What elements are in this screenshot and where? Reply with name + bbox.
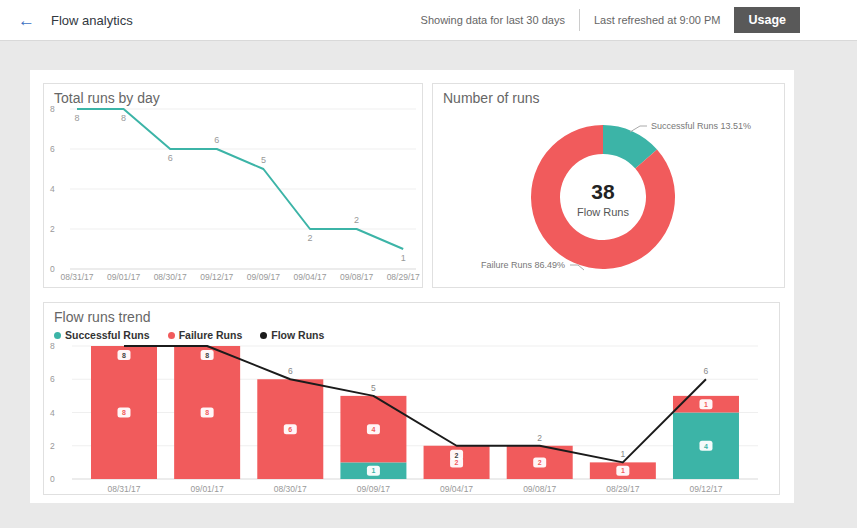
data-label-value: 2 [455,452,459,459]
point-data-label: 8 [74,113,79,123]
number-of-runs-card: 38Flow RunsSuccessful Runs 13.51%Failure… [432,83,785,288]
legend-item-successful-runs[interactable]: Successful Runs [54,329,150,341]
data-label-value: 1 [704,401,708,408]
number-of-runs-card-title: Number of runs [443,90,539,106]
data-label-value: 8 [205,352,209,359]
data-label-value: 8 [205,409,209,416]
x-axis-tick: 09/08/17 [340,272,373,282]
line-data-label: 6 [288,366,293,376]
usage-button[interactable]: Usage [734,7,800,33]
legend-dot-icon [168,332,175,339]
data-label-value: 8 [122,409,126,416]
legend-dot-icon [260,332,267,339]
x-axis-tick: 08/30/17 [154,272,187,282]
data-label-value: 1 [621,467,625,474]
point-data-label: 8 [121,113,126,123]
back-arrow-icon[interactable]: ← [18,12,35,29]
x-axis-tick: 08/30/17 [274,484,307,494]
line-data-label: 5 [371,383,376,393]
x-axis-tick: 09/12/17 [200,272,233,282]
point-data-label: 2 [307,233,312,243]
x-axis-tick: 09/01/17 [191,484,224,494]
x-axis-tick: 09/08/17 [523,484,556,494]
successful-runs-callout: Successful Runs 13.51% [651,121,751,131]
y-axis-tick: 2 [50,441,55,451]
x-axis-tick: 09/12/17 [689,484,722,494]
y-axis-tick: 2 [50,224,55,234]
legend-item-failure-runs[interactable]: Failure Runs [168,329,243,341]
line-data-label: 6 [704,366,709,376]
legend-label: Successful Runs [65,329,150,341]
data-label-value: 2 [538,459,542,466]
showing-data-label: Showing data for last 30 days [421,14,565,26]
y-axis-tick: 6 [50,374,55,384]
x-axis-tick: 09/04/17 [293,272,326,282]
last-refreshed-label: Last refreshed at 9:00 PM [594,14,721,26]
data-label-value: 6 [288,426,292,433]
total-runs-line-chart: 0246808/31/1709/01/1708/30/1709/12/1709/… [44,84,422,287]
y-axis-tick: 6 [50,144,55,154]
page-title: Flow analytics [51,13,133,28]
point-data-label: 2 [354,215,359,225]
line-data-label: 2 [537,433,542,443]
total-runs-card-title: Total runs by day [54,90,160,106]
y-axis-tick: 0 [50,264,55,274]
point-data-label: 6 [214,135,219,145]
x-axis-tick: 09/09/17 [357,484,390,494]
x-axis-tick: 08/31/17 [60,272,93,282]
y-axis-tick: 0 [50,474,55,484]
data-label-value: 2 [455,459,459,466]
legend-item-flow-runs[interactable]: Flow Runs [260,329,324,341]
trend-legend: Successful RunsFailure RunsFlow Runs [54,329,324,341]
donut-center-value: 38 [591,180,615,203]
data-label-value: 4 [371,426,375,433]
line-data-label: 1 [620,449,625,459]
data-label-value: 4 [704,443,708,450]
point-data-label: 6 [168,153,173,163]
flow-runs-trend-card: 0246808/31/1709/01/1708/30/1709/09/1709/… [43,302,780,495]
point-data-label: 5 [261,155,266,165]
donut-center-label: Flow Runs [577,206,629,218]
point-data-label: 1 [401,253,406,263]
legend-dot-icon [54,332,61,339]
flow-runs-trend-card-title: Flow runs trend [54,309,150,325]
callout-line [630,126,647,132]
y-axis-tick: 8 [50,341,55,351]
legend-label: Failure Runs [179,329,243,341]
failure-runs-callout: Failure Runs 86.49% [481,260,565,270]
y-axis-tick: 4 [50,184,55,194]
x-axis-tick: 08/29/17 [387,272,420,282]
header-bar: ← Flow analytics Showing data for last 3… [0,0,857,41]
x-axis-tick: 09/01/17 [107,272,140,282]
x-axis-tick: 09/09/17 [247,272,280,282]
x-axis-tick: 09/04/17 [440,484,473,494]
data-label-value: 8 [122,352,126,359]
y-axis-tick: 4 [50,408,55,418]
x-axis-tick: 08/29/17 [606,484,639,494]
data-label-value: 1 [371,467,375,474]
dashboard-container: 0246808/31/1709/01/1708/30/1709/12/1709/… [30,70,794,503]
x-axis-tick: 08/31/17 [107,484,140,494]
header-divider [579,9,580,31]
legend-label: Flow Runs [271,329,324,341]
total-runs-line[interactable] [77,109,403,249]
total-runs-by-day-card: 0246808/31/1709/01/1708/30/1709/12/1709/… [43,83,423,288]
number-of-runs-donut-chart: 38Flow RunsSuccessful Runs 13.51%Failure… [433,84,784,287]
